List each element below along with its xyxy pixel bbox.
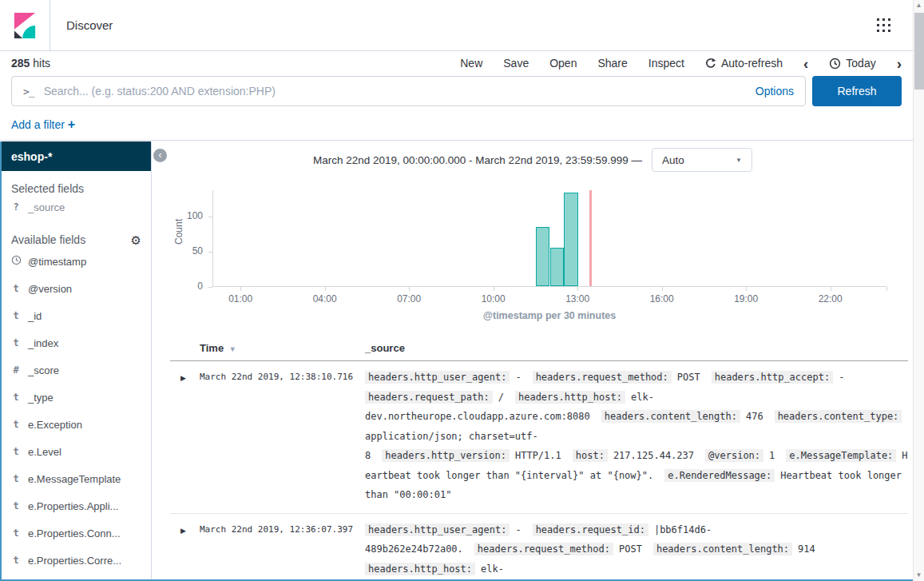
table-header: Time ▼ _source	[170, 336, 908, 361]
refresh-button[interactable]: Refresh	[812, 76, 902, 106]
x-axis-end-tick	[886, 287, 887, 291]
field-type-icon: t	[11, 283, 21, 294]
search-input[interactable]	[42, 84, 748, 98]
expand-row-icon[interactable]: ▶	[180, 520, 200, 580]
query-prompt-icon: >_	[23, 86, 34, 97]
field-item-e.Properties.Corre...[interactable]: te.Properties.Corre...	[2, 547, 151, 574]
auto-refresh-button[interactable]: Auto-refresh	[705, 57, 783, 70]
field-item-_id[interactable]: t_id	[2, 302, 151, 329]
collapse-sidebar-button[interactable]: ‹	[153, 149, 167, 162]
field-type-icon: t	[11, 473, 21, 484]
histogram-bar[interactable]	[550, 248, 565, 286]
field-type-icon: t	[11, 527, 21, 539]
field-item-_type[interactable]: t_type	[2, 384, 151, 411]
field-type-icon: t	[11, 392, 21, 403]
field-item-_score[interactable]: #_score	[2, 356, 151, 384]
menu-item-open[interactable]: Open	[549, 57, 577, 70]
field-name: @timestamp	[28, 256, 86, 268]
menu-item-save[interactable]: Save	[503, 57, 529, 70]
kibana-logo[interactable]	[0, 0, 50, 50]
hits-count: 285 hits	[11, 57, 50, 70]
expand-row-icon[interactable]: ▶	[180, 368, 200, 505]
field-item-@timestamp[interactable]: @timestamp	[2, 248, 151, 275]
source-field-key: headers.http_accept:	[712, 371, 834, 384]
next-time-button[interactable]: ›	[897, 56, 902, 71]
field-item-e.Level[interactable]: te.Level	[2, 438, 151, 465]
source-field-key: e.MessageTemplate:	[786, 449, 896, 462]
field-name: e.Properties.Conn...	[28, 527, 121, 539]
source-field-key: headers.request_method:	[474, 543, 613, 555]
column-header-time[interactable]: Time ▼	[200, 342, 236, 354]
field-item-e.Properties.Appli...[interactable]: te.Properties.Appli...	[2, 492, 151, 519]
field-name: e.Exception	[28, 419, 82, 431]
menu-item-inspect[interactable]: Inspect	[648, 57, 684, 70]
hits-label: hits	[33, 57, 50, 70]
x-tick-mark	[662, 287, 663, 291]
field-item-_index[interactable]: t_index	[2, 329, 151, 356]
field-item-_source[interactable]: ?_source	[2, 195, 151, 219]
today-time-button[interactable]: Today	[829, 57, 875, 70]
source-field-key: headers.http_user_agent:	[365, 371, 510, 384]
main-area: eshop-* Selected fields ?_source Availab…	[0, 141, 913, 581]
histogram-bar[interactable]	[564, 193, 578, 286]
field-name: e.Properties.Corre...	[28, 555, 121, 567]
previous-time-button[interactable]: ‹	[803, 56, 808, 71]
discover-panel: March 22nd 2019, 00:00:00.000 - March 22…	[153, 141, 913, 579]
index-pattern-selector[interactable]: eshop-*	[2, 141, 151, 171]
source-field-key: headers.content_length:	[601, 410, 740, 423]
add-filter-plus-icon[interactable]: +	[68, 117, 75, 131]
field-item-e.Properties.Conn...[interactable]: te.Properties.Conn...	[2, 519, 151, 547]
field-type-icon: t	[11, 500, 21, 511]
source-field-key: e.RenderedMessage:	[664, 469, 775, 482]
page-scrollbar[interactable]: ▲ ▼	[913, 0, 924, 581]
clock-icon	[829, 58, 841, 70]
y-tick-label: 50	[153, 245, 203, 257]
interval-value: Auto	[662, 154, 684, 166]
today-label: Today	[846, 57, 875, 70]
y-tick-mark	[208, 217, 212, 217]
histogram-bar[interactable]	[536, 227, 550, 286]
source-field-value: /	[498, 392, 504, 403]
x-tick-mark	[746, 287, 747, 291]
x-tick-label: 10:00	[474, 293, 513, 304]
source-field-value: 217.125.44.237	[613, 450, 694, 461]
app-bar: Discover	[0, 0, 913, 51]
x-tick-mark	[831, 287, 831, 291]
source-field-value: HTTP/1.1	[515, 450, 561, 461]
menu-item-new[interactable]: New	[460, 57, 482, 70]
field-name: e.MessageTemplate	[28, 473, 121, 485]
available-fields-list: @timestampt@versiont_idt_index#_scoret_t…	[2, 248, 151, 574]
field-name: _score	[28, 364, 59, 376]
field-name: _id	[28, 310, 42, 322]
menu-item-share[interactable]: Share	[597, 57, 627, 70]
field-item-@version[interactable]: t@version	[2, 275, 151, 302]
source-field-key: headers.http_host:	[365, 563, 475, 575]
source-field-key: headers.request_path:	[365, 391, 493, 404]
apps-menu-icon[interactable]	[877, 18, 890, 32]
source-field-key: @version:	[705, 449, 763, 462]
hits-number: 285	[11, 57, 30, 70]
interval-select[interactable]: Auto ▼	[652, 148, 752, 172]
chevron-down-icon: ▼	[736, 157, 742, 164]
options-link[interactable]: Options	[755, 85, 794, 97]
field-settings-gear-icon[interactable]: ⚙	[131, 234, 141, 246]
field-item-e.Exception[interactable]: te.Exception	[2, 411, 151, 438]
scrollbar-up-icon[interactable]: ▲	[914, 0, 924, 11]
source-field-key: headers.request_id:	[533, 523, 648, 536]
x-tick-label: 16:00	[643, 293, 681, 304]
add-filter-link[interactable]: Add a filter	[11, 118, 65, 131]
search-row: >_ Options Refresh	[0, 75, 913, 107]
kibana-logo-icon	[13, 12, 37, 39]
x-tick-mark	[325, 287, 326, 291]
x-tick-mark	[494, 287, 494, 291]
x-tick-label: 01:00	[221, 293, 260, 304]
source-field-value: -	[839, 372, 844, 383]
source-field-value: -	[515, 524, 521, 535]
scrollbar-thumb[interactable]	[914, 13, 924, 90]
field-name: e.Level	[28, 446, 61, 458]
row-timestamp: March 22nd 2019, 12:36:07.397	[200, 520, 365, 580]
field-item-e.MessageTemplate[interactable]: te.MessageTemplate	[2, 465, 151, 492]
scrollbar-down-icon[interactable]: ▼	[914, 570, 924, 581]
fields-sidebar: eshop-* Selected fields ?_source Availab…	[2, 141, 152, 579]
histogram-plot	[212, 190, 886, 287]
